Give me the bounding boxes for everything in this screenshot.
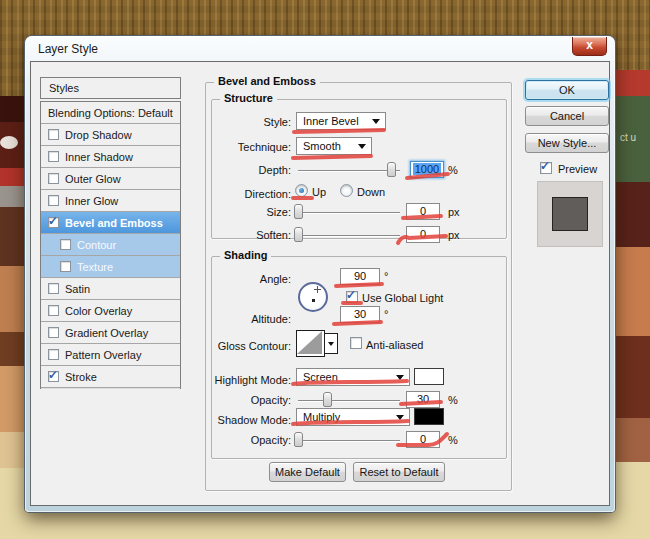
sidebar-item-label: Inner Glow — [65, 195, 118, 207]
highlight-mode-dropdown[interactable]: Screen — [296, 368, 410, 386]
direction-down-radio[interactable] — [340, 184, 353, 197]
slider-track — [298, 212, 400, 213]
reset-to-default-button[interactable]: Reset to Default — [353, 462, 445, 482]
ok-button[interactable]: OK — [525, 80, 609, 100]
anti-aliased-label: Anti-aliased — [366, 339, 423, 351]
shadow-color-swatch[interactable] — [414, 408, 444, 425]
altitude-field[interactable]: 30 — [340, 306, 380, 323]
depth-field[interactable]: 1000 — [410, 161, 444, 178]
style-checkbox[interactable] — [48, 195, 59, 206]
make-default-button[interactable]: Make Default — [269, 462, 346, 482]
layer-style-dialog: Layer Style x Styles Blending Options: D… — [25, 36, 615, 512]
sidebar-item-label: Outer Glow — [65, 173, 121, 185]
close-button[interactable]: x — [572, 37, 607, 56]
sidebar-item[interactable]: Color Overlay — [41, 300, 180, 322]
anti-aliased-checkbox[interactable]: ✓ — [350, 337, 362, 349]
style-checkbox[interactable] — [60, 239, 71, 250]
slider-track — [298, 440, 400, 441]
background-art — [0, 432, 28, 468]
style-checkbox[interactable]: ✓ — [48, 371, 59, 382]
slider-thumb[interactable] — [294, 227, 303, 242]
shadow-mode-dropdown[interactable]: Multiply — [296, 408, 410, 426]
highlight-opacity-label: Opacity: — [208, 394, 291, 406]
shadow-opacity-value: 0 — [420, 433, 426, 445]
slider-track — [298, 170, 400, 171]
bevel-and-emboss-group: Bevel and Emboss Structure Style: Inner … — [205, 82, 512, 491]
shadow-opacity-label: Opacity: — [208, 434, 291, 446]
sidebar-item[interactable]: Satin — [41, 278, 180, 300]
technique-dropdown[interactable]: Smooth — [296, 137, 372, 155]
background-art — [610, 418, 650, 462]
slider-thumb[interactable] — [387, 162, 396, 177]
altitude-label: Altitude: — [208, 313, 291, 325]
sidebar-item[interactable]: ✓Stroke — [41, 366, 180, 388]
background-art — [0, 168, 28, 186]
soften-field[interactable]: 0 — [406, 226, 440, 243]
background-art — [610, 247, 650, 336]
new-style-button[interactable]: New Style... — [525, 133, 609, 153]
size-field[interactable]: 0 — [406, 203, 440, 220]
style-checkbox[interactable] — [48, 327, 59, 338]
style-checkbox[interactable] — [48, 349, 59, 360]
style-dropdown[interactable]: Inner Bevel — [296, 112, 386, 130]
style-checkbox[interactable] — [60, 261, 71, 272]
altitude-value: 30 — [354, 308, 366, 320]
style-checkbox[interactable] — [48, 129, 59, 140]
style-checkbox[interactable] — [48, 173, 59, 184]
preview-thumbnail — [552, 197, 588, 231]
gloss-contour-picker[interactable] — [296, 330, 339, 358]
sidebar-item[interactable]: Gradient Overlay — [41, 322, 180, 344]
gloss-contour-arrow-button[interactable] — [324, 333, 338, 354]
highlight-mode-value: Screen — [303, 371, 338, 383]
style-checkbox[interactable] — [48, 151, 59, 162]
highlight-color-swatch[interactable] — [414, 368, 444, 385]
shadow-opacity-field[interactable]: 0 — [406, 431, 440, 448]
sidebar-item[interactable]: Pattern Overlay — [41, 344, 180, 366]
sidebar-item[interactable]: Blending Options: Default — [41, 102, 180, 124]
angle-dial[interactable] — [298, 282, 328, 312]
size-unit: px — [448, 206, 460, 218]
sidebar-item[interactable]: Inner Glow — [41, 190, 180, 212]
direction-up-radio[interactable] — [295, 184, 308, 197]
cancel-button[interactable]: Cancel — [525, 106, 609, 126]
direction-down-label: Down — [357, 186, 385, 198]
titlebar[interactable]: Layer Style x — [25, 36, 615, 61]
sidebar-item-label: Stroke — [65, 371, 97, 383]
shadow-opacity-slider[interactable] — [298, 432, 400, 448]
background-art — [0, 186, 28, 207]
dialog-title: Layer Style — [38, 42, 98, 56]
use-global-light-checkbox[interactable]: ✓ — [346, 291, 358, 303]
slider-thumb[interactable] — [294, 204, 303, 219]
sidebar-item[interactable]: Contour — [41, 234, 180, 256]
depth-slider[interactable] — [298, 162, 400, 178]
direction-up-label: Up — [312, 186, 326, 198]
highlight-opacity-slider[interactable] — [298, 392, 400, 408]
angle-field[interactable]: 90 — [340, 268, 380, 285]
dial-center-dot — [312, 299, 315, 302]
sidebar-item-label: Inner Shadow — [65, 151, 133, 163]
styles-list-header: Styles — [40, 77, 181, 99]
style-checkbox[interactable] — [48, 283, 59, 294]
size-slider[interactable] — [298, 204, 400, 220]
direction-label: Direction: — [208, 188, 291, 200]
gloss-contour-label: Gloss Contour: — [208, 340, 291, 352]
sidebar-item[interactable]: Drop Shadow — [41, 124, 180, 146]
sidebar-item[interactable]: ✓Bevel and Emboss — [41, 212, 180, 234]
sidebar-item[interactable]: Inner Shadow — [41, 146, 180, 168]
highlight-opacity-field[interactable]: 30 — [406, 391, 440, 408]
styles-list: Blending Options: DefaultDrop ShadowInne… — [40, 101, 181, 389]
background-art — [610, 182, 650, 247]
style-checkbox[interactable]: ✓ — [48, 217, 59, 228]
preview-checkbox[interactable]: ✓ — [540, 162, 552, 174]
sidebar-item[interactable]: Outer Glow — [41, 168, 180, 190]
slider-track — [298, 235, 400, 236]
preview-panel — [537, 181, 603, 247]
angle-unit: ° — [384, 270, 388, 282]
slider-thumb[interactable] — [294, 432, 303, 447]
chevron-down-icon — [358, 144, 366, 149]
shading-title: Shading — [220, 249, 271, 261]
style-checkbox[interactable] — [48, 305, 59, 316]
soften-slider[interactable] — [298, 227, 400, 243]
slider-thumb[interactable] — [323, 392, 332, 407]
sidebar-item[interactable]: Texture — [41, 256, 180, 278]
